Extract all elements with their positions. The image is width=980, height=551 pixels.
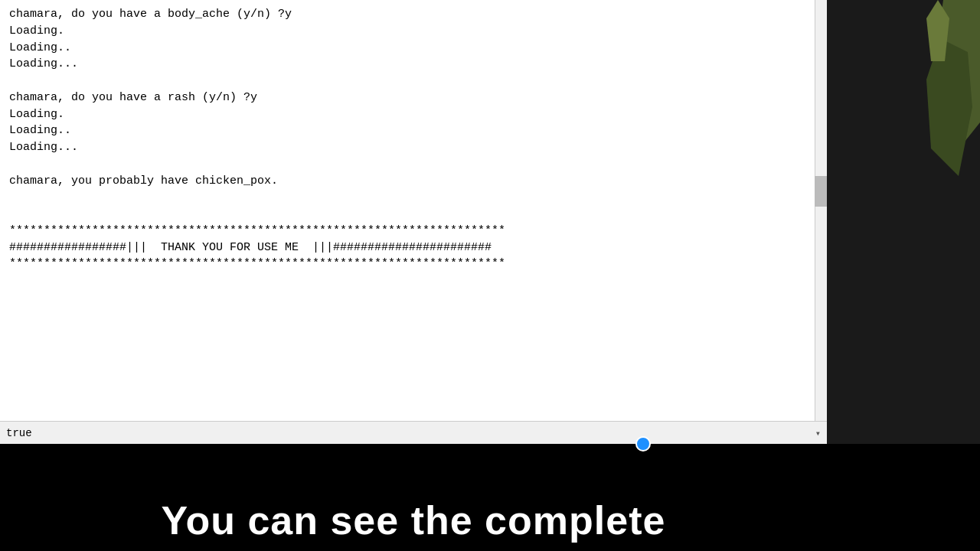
terminal-bottom-bar: true ▾: [0, 421, 827, 444]
bottom-right-area: [827, 444, 980, 551]
terminal-window: chamara, do you have a body_ache (y/n) ?…: [0, 0, 827, 444]
scrollbar-thumb[interactable]: [815, 176, 827, 207]
subtitle-text: You can see the complete: [162, 498, 666, 543]
right-panel: [827, 0, 980, 444]
terminal-true-value: true: [6, 427, 815, 439]
terminal-scrollbar[interactable]: [815, 0, 827, 444]
scroll-indicator[interactable]: [635, 436, 651, 452]
subtitle-area: You can see the complete: [0, 497, 827, 543]
terminal-output: chamara, do you have a body_ache (y/n) ?…: [0, 0, 827, 444]
dropdown-arrow-icon[interactable]: ▾: [815, 428, 821, 439]
terminal-text: chamara, do you have a body_ache (y/n) ?…: [9, 6, 818, 272]
